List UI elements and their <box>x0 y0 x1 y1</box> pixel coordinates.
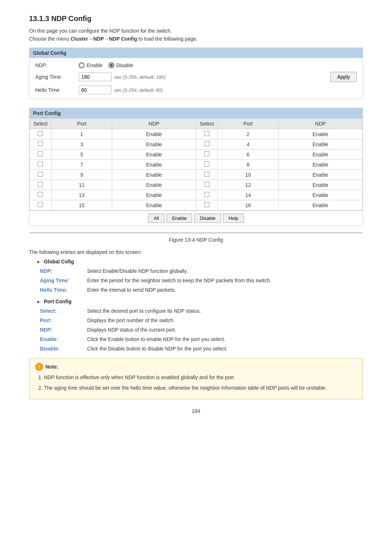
checkbox-right-1[interactable] <box>196 139 218 149</box>
col-port-left: Port <box>51 119 112 129</box>
ndp-right-4: Enable <box>278 170 362 180</box>
checkbox-right-3[interactable] <box>196 160 218 170</box>
note-item-2: The aging time should be set over the he… <box>44 384 357 392</box>
intro-text: On this page you can configure the NDP f… <box>29 28 363 34</box>
checkbox-left-4[interactable] <box>30 170 52 180</box>
col-port-right: Port <box>218 119 278 129</box>
note-title-text: Note: <box>45 364 58 370</box>
ndp-right-0: Enable <box>278 129 362 139</box>
port-left-3: 7 <box>51 160 112 170</box>
desc-ndp-term: NDP: <box>40 268 87 274</box>
port-right-0: 2 <box>218 129 278 139</box>
global-config-box: Global Config NDP: Enable Disable Aging … <box>29 48 363 99</box>
checkbox-left-1[interactable] <box>30 139 52 149</box>
port-config-section: ► Port Config Select: Select the desired… <box>36 299 363 352</box>
page-title: 13.1.3 NDP Config <box>29 15 363 23</box>
port-left-5: 11 <box>51 180 112 190</box>
table-row: 7 Enable 8 Enable <box>30 160 363 170</box>
ndp-left-6: Enable <box>112 190 196 200</box>
global-desc-table: NDP: Select Enable/Disable NDP function … <box>40 268 363 293</box>
ndp-right-5: Enable <box>278 180 362 190</box>
aging-time-input[interactable] <box>79 73 111 81</box>
desc-hello-term: Hello Time: <box>40 287 87 293</box>
desc-select-def: Select the desired port to configure its… <box>87 308 363 314</box>
desc-disable-row: Disable: Click the Disable button to dis… <box>40 346 363 352</box>
desc-select-row: Select: Select the desired port to confi… <box>40 308 363 314</box>
table-row: 5 Enable 6 Enable <box>30 149 363 160</box>
port-config-header: Port Config <box>29 108 363 118</box>
table-row: 13 Enable 14 Enable <box>30 190 363 200</box>
desc-select-term: Select: <box>40 308 87 314</box>
desc-enable-term: Enable: <box>40 336 87 342</box>
ndp-disable-option[interactable]: Disable <box>109 62 134 68</box>
checkbox-left-3[interactable] <box>30 160 52 170</box>
ndp-left-1: Enable <box>112 139 196 149</box>
col-ndp-right: NDP <box>278 119 362 129</box>
ndp-left-2: Enable <box>112 149 196 160</box>
port-right-7: 16 <box>218 200 278 210</box>
hello-time-row: Hello Time: sec (5-254, default: 60) <box>35 86 357 94</box>
checkbox-left-6[interactable] <box>30 190 52 200</box>
checkbox-left-2[interactable] <box>30 149 52 160</box>
ndp-disable-radio[interactable] <box>109 62 114 68</box>
all-button[interactable]: All <box>148 214 164 223</box>
desc-ndp2-def: Displays NDP status of the current port. <box>87 327 363 333</box>
checkbox-right-2[interactable] <box>196 149 218 160</box>
disable-button[interactable]: Disable <box>194 214 221 223</box>
apply-button[interactable]: Apply <box>330 72 357 82</box>
ndp-disable-label: Disable <box>117 62 134 68</box>
enable-button[interactable]: Enable <box>167 214 192 223</box>
ndp-enable-radio[interactable] <box>79 62 85 68</box>
ndp-row: NDP: Enable Disable <box>35 62 357 68</box>
port-right-1: 4 <box>218 139 278 149</box>
port-right-3: 8 <box>218 160 278 170</box>
hello-time-hint: sec (5-254, default: 60) <box>114 87 163 93</box>
figure-caption: Figure 13-4 NDP Config <box>29 237 363 243</box>
desc-enable-def: Click the Enable button to enable NDP fo… <box>87 336 363 342</box>
ndp-radio-group[interactable]: Enable Disable <box>79 62 133 68</box>
global-cofig-title: Global Cofig <box>44 259 74 264</box>
port-left-6: 13 <box>51 190 112 200</box>
port-config-title: Port Config <box>44 299 72 304</box>
ndp-enable-option[interactable]: Enable <box>79 62 103 68</box>
aging-time-hint: sec (5-255, default: 180) <box>114 74 166 80</box>
global-cofig-arrow: ► <box>36 259 41 264</box>
checkbox-left-7[interactable] <box>30 200 52 210</box>
checkbox-right-4[interactable] <box>196 170 218 180</box>
checkbox-left-0[interactable] <box>30 129 52 139</box>
desc-port-row: Port: Displays the port number of the sw… <box>40 317 363 323</box>
note-box: ! Note: NDP function is effective only w… <box>29 358 363 399</box>
desc-aging-row: Aging Time: Enter the period for the nei… <box>40 278 363 283</box>
desc-aging-term: Aging Time: <box>40 278 87 283</box>
menu-path: Choose the menu Cluster→NDP→NDP Config t… <box>29 36 363 42</box>
ndp-right-2: Enable <box>278 149 362 160</box>
ndp-left-3: Enable <box>112 160 196 170</box>
ndp-left-4: Enable <box>112 170 196 180</box>
ndp-left-7: Enable <box>112 200 196 210</box>
port-left-7: 15 <box>51 200 112 210</box>
desc-disable-def: Click the Disable button to disable NDP … <box>87 346 363 352</box>
port-right-6: 14 <box>218 190 278 200</box>
note-item-1: NDP function is effective only when NDP … <box>44 374 357 381</box>
port-actions: All Enable Disable Help <box>29 210 363 226</box>
global-config-header: Global Config <box>29 48 363 58</box>
ndp-right-1: Enable <box>278 139 362 149</box>
table-row: 3 Enable 4 Enable <box>30 139 363 149</box>
hello-time-label: Hello Time: <box>35 87 79 93</box>
help-button[interactable]: Help <box>223 214 244 223</box>
checkbox-right-5[interactable] <box>196 180 218 190</box>
port-right-5: 12 <box>218 180 278 190</box>
checkbox-right-6[interactable] <box>196 190 218 200</box>
table-row: 1 Enable 2 Enable <box>30 129 363 139</box>
screen-entries-intro: The following entries are displayed on t… <box>29 249 363 255</box>
desc-ndp-def: Select Enable/Disable NDP function globa… <box>87 268 363 274</box>
checkbox-right-0[interactable] <box>196 129 218 139</box>
port-config-arrow: ► <box>36 299 41 304</box>
hello-time-input[interactable] <box>79 86 111 94</box>
screen-entries: The following entries are displayed on t… <box>29 249 363 352</box>
checkbox-left-5[interactable] <box>30 180 52 190</box>
port-right-4: 10 <box>218 170 278 180</box>
checkbox-right-7[interactable] <box>196 200 218 210</box>
global-cofig-title-row: ► Global Cofig <box>36 259 363 264</box>
desc-ndp2-term: NDP: <box>40 327 87 333</box>
